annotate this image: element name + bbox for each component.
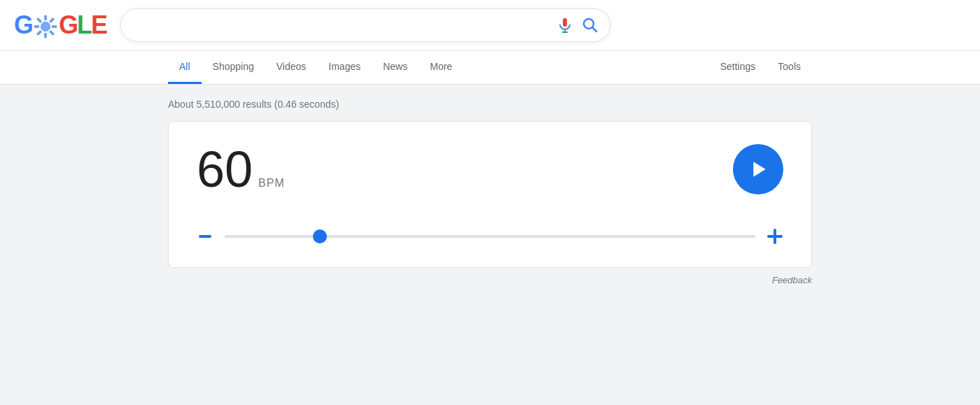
increase-bpm-button[interactable] [766,228,783,245]
tab-all[interactable]: All [168,51,202,84]
logo-l: L [77,10,91,40]
results-count: About 5,510,000 results (0.46 seconds) [168,93,812,121]
bpm-number: 60 [197,144,253,194]
tab-videos[interactable]: Videos [265,51,318,84]
header: G G L E metronome [0,0,980,51]
plus-icon [767,229,783,244]
logo-e: E [91,10,106,40]
search-input[interactable]: metronome [132,18,556,33]
svg-line-7 [50,18,53,22]
logo-o1: G [59,10,77,40]
svg-marker-14 [753,162,765,176]
metronome-card: 60 BPM [168,121,812,268]
search-button[interactable] [582,17,598,34]
svg-point-0 [41,22,50,31]
microphone-button[interactable] [556,17,573,34]
search-icons [556,17,598,34]
decrease-bpm-button[interactable] [197,228,214,245]
bpm-label: BPM [258,177,285,190]
logo-gear-icon [33,14,58,39]
results-area: About 5,510,000 results (0.46 seconds) 6… [0,85,980,294]
minus-icon [199,235,211,238]
slider-area [197,228,783,245]
logo-g: G [14,10,32,40]
tab-images[interactable]: Images [317,51,372,84]
svg-line-5 [37,18,41,22]
svg-line-13 [593,28,597,32]
feedback-area: Feedback [168,273,812,286]
slider-thumb[interactable] [313,229,327,243]
bpm-display: 60 BPM [197,144,783,194]
nav-tabs: All Shopping Videos Images News More [168,51,709,84]
slider-fill [225,235,755,238]
google-logo: G G L E [14,10,106,40]
tab-shopping[interactable]: Shopping [202,51,265,84]
tab-tools[interactable]: Tools [766,51,812,84]
microphone-icon [556,17,573,34]
svg-line-6 [50,31,53,34]
nav-bar: All Shopping Videos Images News More Set… [0,51,980,85]
svg-line-8 [37,31,41,34]
play-icon [747,158,769,180]
bpm-slider[interactable] [225,235,755,238]
nav-right: Settings Tools [709,51,812,84]
tab-more[interactable]: More [419,51,463,84]
search-bar: metronome [120,8,610,42]
tab-news[interactable]: News [372,51,419,84]
search-icon [582,17,598,34]
play-button[interactable] [733,144,783,194]
tab-settings[interactable]: Settings [709,51,767,84]
feedback-link[interactable]: Feedback [772,275,812,285]
svg-rect-9 [563,18,567,27]
